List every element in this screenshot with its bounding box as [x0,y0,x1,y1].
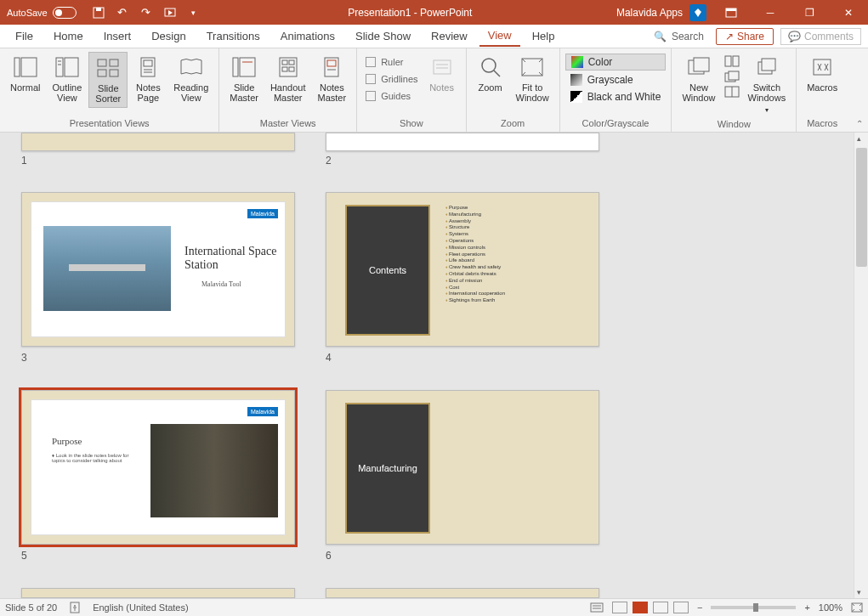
slide-thumb-7[interactable] [21,588,295,598]
slide-thumb-5[interactable]: Malavida Purpose ♦ Look in the slide not… [21,390,295,545]
slide-number: 3 [21,352,27,364]
tab-insert[interactable]: Insert [95,26,140,46]
reading-view-button[interactable]: ReadingView [168,52,213,106]
slide-number: 5 [21,550,27,562]
slide-thumb-4[interactable]: Contents PurposeManufacturingAssemblyStr… [326,192,599,347]
tab-transitions[interactable]: Transitions [198,26,269,46]
svg-rect-15 [110,70,118,76]
svg-rect-29 [327,60,336,66]
zoom-button[interactable]: Zoom [472,52,509,96]
zoom-out-button[interactable]: − [697,602,702,613]
slide-sorter-button[interactable]: SlideSorter [88,52,128,108]
fit-to-window-button[interactable]: Fit toWindow [511,52,554,106]
scroll-thumb[interactable] [856,148,867,267]
tab-slideshow[interactable]: Slide Show [347,26,419,46]
ruler-checkbox[interactable]: Ruler [362,55,421,69]
notes-button[interactable]: Notes [423,52,461,96]
zoom-level[interactable]: 100% [819,602,842,613]
autosave-toggle[interactable]: AutoSave [0,7,83,19]
zoom-slider[interactable] [711,606,796,609]
language-status[interactable]: English (United States) [93,602,189,613]
svg-rect-13 [110,59,118,66]
ribbon-display-button[interactable] [712,0,751,25]
slide-number: 1 [21,155,27,167]
search-box[interactable]: 🔍 Search [649,31,709,42]
quick-access-toolbar: ↶ ↷ ▾ [83,6,209,20]
slide-thumb-6[interactable]: Manufacturing [326,390,599,545]
svg-rect-20 [233,58,238,76]
macros-button[interactable]: Macros [802,52,842,96]
ribbon: Normal OutlineView SlideSorter NotesPage… [0,48,868,133]
notes-icon [428,55,456,79]
collapse-ribbon-icon[interactable]: ⌃ [856,119,863,128]
status-bar: Slide 5 of 20 English (United States) − … [0,598,868,616]
vertical-scrollbar[interactable]: ▴ ▾ [854,133,868,598]
normal-view-status-button[interactable] [612,602,627,613]
normal-view-button[interactable]: Normal [5,52,45,96]
tab-file[interactable]: File [7,26,42,46]
svg-rect-24 [282,60,287,65]
accessibility-icon[interactable] [69,602,81,613]
undo-icon[interactable]: ↶ [116,6,129,20]
svg-rect-42 [729,71,739,80]
slide-thumb-1[interactable] [21,133,295,151]
black-white-button[interactable]: Black and White [565,89,667,105]
tab-review[interactable]: Review [423,26,476,46]
reading-view-status-button[interactable] [653,602,668,613]
svg-rect-38 [694,58,709,71]
minimize-button[interactable]: ─ [751,0,790,25]
tab-view[interactable]: View [479,25,520,47]
svg-rect-17 [144,60,152,66]
grayscale-button[interactable]: Grayscale [565,72,667,88]
user-avatar-icon[interactable] [689,4,706,21]
ribbon-tabs: File Home Insert Design Transitions Anim… [0,25,868,48]
comments-button[interactable]: 💬 Comments [780,28,861,45]
outline-view-button[interactable]: OutlineView [47,52,87,106]
svg-rect-12 [98,59,106,66]
gridlines-checkbox[interactable]: Gridlines [362,72,421,86]
zoom-in-button[interactable]: + [804,602,809,613]
arrange-all-icon[interactable] [724,55,740,67]
slide-thumb-8[interactable] [326,588,599,598]
group-macros: Macros Macros [797,48,848,132]
svg-rect-40 [733,56,739,66]
slide-thumb-2[interactable] [326,133,599,151]
color-button[interactable]: Color [565,54,667,71]
notes-master-button[interactable]: NotesMaster [313,52,352,106]
tab-home[interactable]: Home [45,26,92,46]
share-button[interactable]: ↗ Share [716,28,774,45]
fit-to-window-status-icon[interactable] [851,602,863,613]
scroll-down-icon[interactable]: ▾ [857,588,861,596]
start-from-beginning-icon[interactable] [163,6,177,20]
notes-status-icon[interactable] [590,602,604,613]
new-window-icon [685,55,712,79]
new-window-button[interactable]: NewWindow [677,52,720,106]
svg-rect-5 [726,8,736,11]
group-label: Macros [802,116,842,130]
sorter-view-status-button[interactable] [633,602,648,613]
slide-master-button[interactable]: SlideMaster [224,52,264,106]
guides-checkbox[interactable]: Guides [362,89,421,103]
handout-master-button[interactable]: HandoutMaster [265,52,311,106]
tab-animations[interactable]: Animations [272,26,343,46]
tab-help[interactable]: Help [524,26,564,46]
notes-page-button[interactable]: NotesPage [129,52,167,106]
switch-windows-icon [753,55,780,79]
slideshow-status-button[interactable] [673,602,689,613]
group-label: Window [677,117,791,131]
close-button[interactable]: ✕ [829,0,868,25]
slide-thumb-3[interactable]: Malavida International Space Station Mal… [21,192,295,347]
scroll-up-icon[interactable]: ▴ [857,134,861,143]
save-icon[interactable] [92,6,105,20]
switch-windows-button[interactable]: SwitchWindows ▾ [743,52,791,117]
redo-icon[interactable]: ↷ [139,6,153,20]
restore-button[interactable]: ❐ [790,0,829,25]
slide-count[interactable]: Slide 5 of 20 [5,602,57,613]
move-split-icon[interactable] [724,86,740,98]
group-label: Zoom [472,116,554,130]
cascade-icon[interactable] [724,71,740,82]
group-presentation-views: Normal OutlineView SlideSorter NotesPage… [0,48,219,132]
tab-design[interactable]: Design [143,26,194,46]
comments-label: Comments [804,31,854,42]
qat-dropdown-icon[interactable]: ▾ [187,6,201,20]
